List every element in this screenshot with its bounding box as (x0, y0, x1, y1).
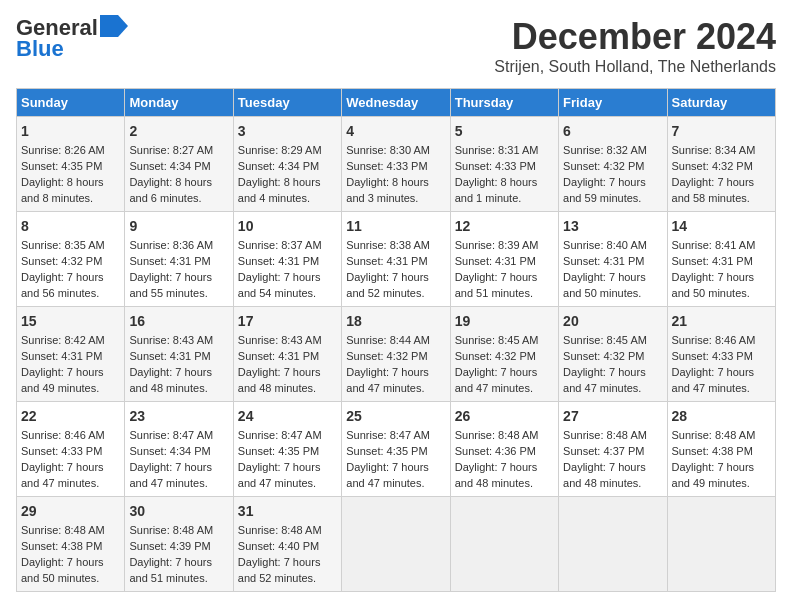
day-number: 17 (238, 311, 337, 331)
header: General Blue December 2024 Strijen, Sout… (16, 16, 776, 76)
calendar-cell: 6Sunrise: 8:32 AMSunset: 4:32 PMDaylight… (559, 117, 667, 212)
logo-blue: Blue (16, 36, 64, 62)
calendar-cell: 31Sunrise: 8:48 AMSunset: 4:40 PMDayligh… (233, 497, 341, 592)
day-number: 15 (21, 311, 120, 331)
day-number: 19 (455, 311, 554, 331)
day-number: 14 (672, 216, 771, 236)
col-header-saturday: Saturday (667, 89, 775, 117)
day-number: 9 (129, 216, 228, 236)
day-number: 31 (238, 501, 337, 521)
day-number: 28 (672, 406, 771, 426)
day-number: 29 (21, 501, 120, 521)
calendar-cell: 22Sunrise: 8:46 AMSunset: 4:33 PMDayligh… (17, 402, 125, 497)
calendar-cell: 23Sunrise: 8:47 AMSunset: 4:34 PMDayligh… (125, 402, 233, 497)
calendar-cell: 27Sunrise: 8:48 AMSunset: 4:37 PMDayligh… (559, 402, 667, 497)
calendar-cell: 4Sunrise: 8:30 AMSunset: 4:33 PMDaylight… (342, 117, 450, 212)
calendar-cell: 15Sunrise: 8:42 AMSunset: 4:31 PMDayligh… (17, 307, 125, 402)
calendar-cell: 13Sunrise: 8:40 AMSunset: 4:31 PMDayligh… (559, 212, 667, 307)
calendar-cell: 16Sunrise: 8:43 AMSunset: 4:31 PMDayligh… (125, 307, 233, 402)
day-number: 3 (238, 121, 337, 141)
calendar-cell: 8Sunrise: 8:35 AMSunset: 4:32 PMDaylight… (17, 212, 125, 307)
day-number: 23 (129, 406, 228, 426)
day-number: 11 (346, 216, 445, 236)
calendar-cell: 25Sunrise: 8:47 AMSunset: 4:35 PMDayligh… (342, 402, 450, 497)
day-number: 24 (238, 406, 337, 426)
col-header-monday: Monday (125, 89, 233, 117)
logo-icon (100, 15, 128, 37)
day-number: 27 (563, 406, 662, 426)
calendar-cell (342, 497, 450, 592)
calendar-cell: 11Sunrise: 8:38 AMSunset: 4:31 PMDayligh… (342, 212, 450, 307)
main-title: December 2024 (494, 16, 776, 58)
day-number: 8 (21, 216, 120, 236)
calendar-cell: 7Sunrise: 8:34 AMSunset: 4:32 PMDaylight… (667, 117, 775, 212)
day-number: 25 (346, 406, 445, 426)
col-header-thursday: Thursday (450, 89, 558, 117)
day-number: 16 (129, 311, 228, 331)
calendar-cell: 3Sunrise: 8:29 AMSunset: 4:34 PMDaylight… (233, 117, 341, 212)
col-header-sunday: Sunday (17, 89, 125, 117)
calendar-cell: 2Sunrise: 8:27 AMSunset: 4:34 PMDaylight… (125, 117, 233, 212)
col-header-friday: Friday (559, 89, 667, 117)
calendar-cell: 29Sunrise: 8:48 AMSunset: 4:38 PMDayligh… (17, 497, 125, 592)
svg-marker-0 (100, 15, 128, 37)
calendar-cell: 30Sunrise: 8:48 AMSunset: 4:39 PMDayligh… (125, 497, 233, 592)
calendar-cell: 5Sunrise: 8:31 AMSunset: 4:33 PMDaylight… (450, 117, 558, 212)
day-number: 13 (563, 216, 662, 236)
calendar-cell: 10Sunrise: 8:37 AMSunset: 4:31 PMDayligh… (233, 212, 341, 307)
calendar-cell: 12Sunrise: 8:39 AMSunset: 4:31 PMDayligh… (450, 212, 558, 307)
day-number: 21 (672, 311, 771, 331)
calendar-cell: 20Sunrise: 8:45 AMSunset: 4:32 PMDayligh… (559, 307, 667, 402)
col-header-tuesday: Tuesday (233, 89, 341, 117)
calendar-cell: 26Sunrise: 8:48 AMSunset: 4:36 PMDayligh… (450, 402, 558, 497)
day-number: 6 (563, 121, 662, 141)
calendar-cell (667, 497, 775, 592)
day-number: 12 (455, 216, 554, 236)
day-number: 2 (129, 121, 228, 141)
day-number: 20 (563, 311, 662, 331)
day-number: 30 (129, 501, 228, 521)
calendar-cell (450, 497, 558, 592)
calendar-cell: 17Sunrise: 8:43 AMSunset: 4:31 PMDayligh… (233, 307, 341, 402)
calendar-cell: 14Sunrise: 8:41 AMSunset: 4:31 PMDayligh… (667, 212, 775, 307)
calendar-cell: 28Sunrise: 8:48 AMSunset: 4:38 PMDayligh… (667, 402, 775, 497)
calendar-cell: 1Sunrise: 8:26 AMSunset: 4:35 PMDaylight… (17, 117, 125, 212)
title-block: December 2024 Strijen, South Holland, Th… (494, 16, 776, 76)
day-number: 7 (672, 121, 771, 141)
day-number: 18 (346, 311, 445, 331)
day-number: 4 (346, 121, 445, 141)
day-number: 1 (21, 121, 120, 141)
calendar-table: SundayMondayTuesdayWednesdayThursdayFrid… (16, 88, 776, 592)
calendar-cell: 18Sunrise: 8:44 AMSunset: 4:32 PMDayligh… (342, 307, 450, 402)
calendar-cell: 19Sunrise: 8:45 AMSunset: 4:32 PMDayligh… (450, 307, 558, 402)
calendar-cell: 24Sunrise: 8:47 AMSunset: 4:35 PMDayligh… (233, 402, 341, 497)
logo: General Blue (16, 16, 128, 62)
subtitle: Strijen, South Holland, The Netherlands (494, 58, 776, 76)
day-number: 5 (455, 121, 554, 141)
calendar-cell: 9Sunrise: 8:36 AMSunset: 4:31 PMDaylight… (125, 212, 233, 307)
col-header-wednesday: Wednesday (342, 89, 450, 117)
day-number: 26 (455, 406, 554, 426)
day-number: 22 (21, 406, 120, 426)
day-number: 10 (238, 216, 337, 236)
calendar-cell (559, 497, 667, 592)
calendar-cell: 21Sunrise: 8:46 AMSunset: 4:33 PMDayligh… (667, 307, 775, 402)
